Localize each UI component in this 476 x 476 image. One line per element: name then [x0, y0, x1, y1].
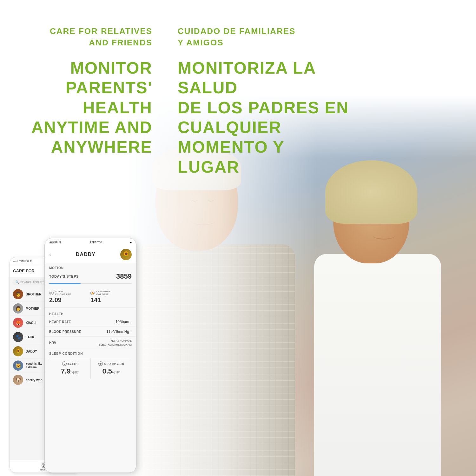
front-carrier: 运营商 令: [49, 240, 62, 244]
title-spanish: CUIDADO DE FAMILIARES Y AMIGOS: [178, 25, 349, 49]
subtitle-es-line3: MOMENTO Y LUGAR: [178, 138, 284, 176]
steps-progress-bar: [49, 283, 132, 284]
motion-section-label: MOTION: [45, 263, 136, 271]
contact-name-mother: MOTHER: [26, 307, 39, 310]
steps-row: TODAY'S STEPS 3859: [45, 271, 136, 283]
blood-pressure-reading: 119/76mmHg: [106, 329, 129, 334]
stay-unit: /小时: [112, 370, 120, 374]
sleep-item: ☽ SLEEP 7.9/小时: [49, 358, 90, 379]
avatar-mother: 👩: [13, 303, 23, 314]
woman-smile: [373, 232, 395, 240]
page-container: CARE FOR RELATIVES AND FRIENDS MONITOR P…: [0, 0, 476, 476]
sleep-unit: /小时: [71, 370, 79, 374]
stay-value-row: 0.5/小时: [102, 367, 120, 375]
stay-icon: ◉: [98, 361, 103, 366]
heart-rate-label: HEART RATE: [49, 320, 71, 324]
carrier-signal: ••••○ 中国电信 令: [13, 259, 32, 263]
avatar-daddy: 🌻: [13, 346, 23, 356]
avatar-sherry: 🐶: [13, 375, 23, 385]
avatar-jack: 🐾: [13, 332, 23, 342]
sleep-value: 7.9: [61, 367, 71, 375]
subtitle-english: MONITOR PARENTS' HEALTH ANYTIME AND ANYW…: [0, 58, 152, 157]
back-arrow-button[interactable]: ‹: [49, 251, 51, 258]
sleep-label: SLEEP: [68, 362, 77, 365]
subtitle-es-line2: DE LOS PADRES EN CUALQUIER: [178, 98, 349, 136]
kilometre-value: 2.09: [49, 296, 90, 304]
contact-name-brother: BROTHER: [26, 293, 41, 296]
phone-front-header: ‹ DADDY 🌻: [45, 246, 136, 263]
steps-progress-fill: [49, 283, 81, 284]
contact-name-youth: Youth is likea dream: [26, 362, 42, 369]
blood-pressure-chevron: ›: [130, 329, 132, 334]
care-for-title: CARE FOR: [13, 268, 35, 273]
blood-pressure-row[interactable]: BLOOD PRESSURE 119/76mmHg ›: [45, 327, 136, 337]
front-battery: ■: [130, 241, 132, 244]
contact-name-jack: JACK: [26, 335, 34, 339]
calorie-icon: 🔥: [90, 291, 95, 295]
sleep-section: SLEEP CONDITION ☽ SLEEP 7.9/小时 ◉: [45, 349, 136, 379]
kilometre-icon: ⊙: [49, 291, 54, 295]
hrv-label: HRV: [49, 341, 56, 345]
avatar-brother: 👨: [13, 289, 23, 299]
profile-name: DADDY: [76, 252, 96, 257]
kilometre-label: ⊙ TOTALKILOMETRE: [49, 290, 90, 296]
sleep-section-label: SLEEP CONDITION: [49, 352, 132, 355]
stat-calorie: 🔥 CONSUMECALORIE 141: [90, 290, 132, 304]
calorie-label: 🔥 CONSUMECALORIE: [90, 290, 132, 296]
title-en-line2: AND FRIENDS: [89, 38, 152, 47]
hrv-value: NO ABNORMAL ELECTROCARDIOGRAM: [98, 339, 132, 347]
stay-value: 0.5: [102, 367, 112, 375]
sleep-value-row: 7.9/小时: [61, 367, 79, 375]
subtitle-spanish: MONITORIZA LA SALUD DE LOS PADRES EN CUA…: [178, 58, 349, 177]
text-english: CARE FOR RELATIVES AND FRIENDS MONITOR P…: [0, 25, 165, 177]
health-section-label: HEALTH: [45, 309, 136, 317]
contact-name-xiaoli: XIAOLI: [26, 321, 36, 325]
kilometre-text: TOTALKILOMETRE: [55, 290, 71, 296]
hrv-row[interactable]: HRV NO ABNORMAL ELECTROCARDIOGRAM: [45, 337, 136, 349]
search-icon: 🔍: [16, 281, 19, 284]
stay-icon-label: ◉ STAY UP LATE: [98, 361, 124, 366]
section-divider-1: [45, 307, 136, 308]
phones-container: ••••○ 中国电信 令 09:11 ◎ ✦ ■ CARE FOR + 🔍 SE…: [10, 238, 168, 476]
hrv-line1: NO ABNORMAL: [111, 339, 132, 342]
title-en-line1: CARE FOR RELATIVES: [50, 26, 152, 36]
woman-figure: [308, 165, 451, 476]
front-time: 上午10:55: [89, 240, 102, 244]
woman-blouse: [314, 254, 441, 476]
subtitle-en-line1: MONITOR PARENTS': [66, 59, 152, 97]
stay-label: STAY UP LATE: [104, 362, 124, 365]
hrv-line2: ELECTROCARDIOGRAM: [98, 343, 132, 346]
title-es-line2: Y AMIGOS: [178, 38, 224, 47]
heart-rate-chevron: ›: [130, 320, 132, 324]
text-spanish: CUIDADO DE FAMILIARES Y AMIGOS MONITORIZ…: [165, 25, 349, 177]
phone-front-status-bar: 运营商 令 上午10:55 ■: [45, 238, 136, 246]
subtitle-en-line3: ANYWHERE: [51, 138, 152, 156]
sleep-row: ☽ SLEEP 7.9/小时 ◉ STAY UP LATE: [49, 358, 132, 379]
title-english: CARE FOR RELATIVES AND FRIENDS: [0, 25, 152, 49]
sleep-icon-label: ☽ SLEEP: [62, 361, 77, 366]
text-section: CARE FOR RELATIVES AND FRIENDS MONITOR P…: [0, 25, 349, 177]
sleep-icon: ☽: [62, 361, 67, 366]
contact-name-daddy: DADDY: [26, 350, 37, 353]
contact-name-sherry: sherry wan: [26, 378, 43, 382]
blood-pressure-label: BLOOD PRESSURE: [49, 330, 81, 334]
daddy-avatar: 🌻: [120, 249, 132, 260]
stat-kilometre: ⊙ TOTALKILOMETRE 2.09: [49, 290, 90, 304]
stats-row: ⊙ TOTALKILOMETRE 2.09 🔥 CONSUMECALORIE 1…: [45, 288, 136, 306]
calorie-text: CONSUMECALORIE: [96, 290, 110, 296]
subtitle-es-line1: MONITORIZA LA SALUD: [178, 59, 315, 97]
steps-value: 3859: [116, 272, 132, 281]
heart-rate-row[interactable]: HEART RATE 105bpm ›: [45, 317, 136, 327]
avatar-xiaoli: 🦊: [13, 318, 23, 328]
avatar-youth: 🐱: [13, 360, 23, 371]
title-es-line1: CUIDADO DE FAMILIARES: [178, 26, 295, 36]
blood-pressure-value: 119/76mmHg ›: [106, 329, 132, 334]
steps-label: TODAY'S STEPS: [49, 274, 79, 278]
heart-rate-reading: 105bpm: [116, 320, 129, 324]
phone-front: 运营商 令 上午10:55 ■ ‹ DADDY 🌻 MOTION TODAY'S…: [44, 238, 136, 473]
heart-rate-value: 105bpm ›: [116, 320, 132, 324]
subtitle-en-line2: HEALTH ANYTIME AND: [31, 98, 152, 136]
stay-up-item: ◉ STAY UP LATE 0.5/小时: [90, 358, 132, 379]
calorie-value: 141: [90, 296, 132, 304]
